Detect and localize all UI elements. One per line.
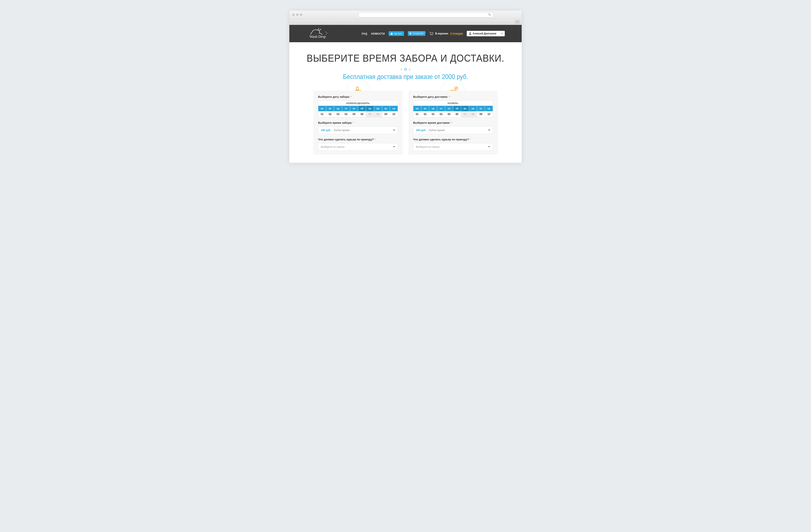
pickup-card: Выберите дату забора: * НОЯБРЬ/ДЕКАБРЬ п… [313,91,402,154]
user-icon [469,32,471,35]
pickup-action-placeholder: Выберите из списка [321,145,345,148]
site-header: Wash Drop FAQ НОВОСТИ App store Google p… [289,25,522,42]
appstore-button[interactable]: App store [388,31,404,36]
weekday: вт [326,106,334,111]
cards-row: Выберите дату забора: * НОЯБРЬ/ДЕКАБРЬ п… [306,91,505,154]
calendar-day[interactable]: 10 [390,111,398,117]
browser-window: ↻ + Wash Drop FAQ НОВОСТИ App store [289,11,522,163]
calendar-day-disabled: 07 [366,111,374,117]
weekday: чт [342,106,350,111]
logo-text: Wash Drop [309,35,326,38]
pickup-calendar: НОЯБРЬ/ДЕКАБРЬ пн вт ср чт пт сб вс пн в… [318,100,398,118]
reload-icon[interactable]: ↻ [488,13,491,17]
delivery-card: Выберите дату доставки: * НОЯБРЬ пн вт с… [409,91,498,154]
cart-label: В корзине: [435,32,448,35]
weekday: вт [421,106,429,111]
cart-count[interactable]: 2 позиции [450,32,463,35]
pickup-action-select[interactable]: Выберите из списка [318,143,398,151]
pickup-time-select[interactable]: 190 руб.- Любое время [318,126,398,134]
logo[interactable]: Wash Drop [306,27,332,40]
weekday: сб [358,106,366,111]
chevron-down-icon [393,130,395,132]
delivery-action-select[interactable]: Выберите из списка [413,143,493,151]
delivery-card-wrap: Выберите дату доставки: * НОЯБРЬ пн вт с… [409,91,498,154]
weekday: чт [437,106,445,111]
weekday: вс [366,106,374,111]
main-content: ВЫБЕРИТЕ ВРЕМЯ ЗАБОРА И ДОСТАВКИ. Беспла… [289,42,522,163]
user-dropdown[interactable]: Алексей Дмитриев [467,31,505,36]
delivery-time-select[interactable]: 190 руб.- Любое время [413,126,493,134]
svg-point-2 [326,34,326,35]
new-tab-button[interactable]: + [515,20,520,24]
calendar-day[interactable]: 02 [326,111,334,117]
apple-icon [391,32,393,35]
chevron-down-icon [393,146,395,148]
weekday: пт [350,106,358,111]
weekday: ср [429,106,437,111]
calendar-day[interactable]: 10 [485,111,493,117]
delivery-action-label: Что должен сделать курьер по приезду? * [413,138,493,141]
delivery-time-text: - Любое время [427,129,445,132]
browser-chrome-top: ↻ [289,11,522,19]
weekday: пт [445,106,453,111]
calendar-day[interactable]: 06 [358,111,366,117]
calendar-day[interactable]: 01 [318,111,326,117]
cart-summary: В корзине: 2 позиции [429,32,463,35]
weekday: вт [382,106,390,111]
delivery-month: НОЯБРЬ [413,101,493,106]
calendar-day[interactable]: 04 [437,111,445,117]
calendar-day[interactable]: 09 [477,111,485,117]
weekday: ср [485,106,493,111]
calendar-day-disabled: 07 [461,111,469,117]
pickup-days-row: 01 02 03 04 05 06 07 08 09 10 [318,111,398,117]
googleplay-label: Google play [413,32,423,35]
calendar-day[interactable]: 09 [382,111,390,117]
pickup-time-text: - Любое время [332,129,350,132]
header-nav: FAQ НОВОСТИ App store Google play В корз… [362,31,505,36]
calendar-day[interactable]: 01 [413,111,421,117]
nav-faq[interactable]: FAQ [362,32,367,35]
weekday: пн [374,106,382,111]
weekday: пн [318,106,326,111]
pickup-time-label: Выберите время забора: * [318,121,398,124]
weekday: вт [477,106,485,111]
weekday: сб [453,106,461,111]
window-minimize-dot[interactable] [296,14,299,16]
delivery-days-row: 01 02 03 04 05 06 07 08 09 10 [413,111,493,117]
pickup-month: НОЯБРЬ/ДЕКАБРЬ [318,101,398,106]
calendar-day[interactable]: 05 [445,111,453,117]
svg-point-0 [325,32,326,32]
svg-point-3 [431,34,431,35]
weekday: ср [334,106,342,111]
window-zoom-dot[interactable] [300,14,302,16]
delivery-weekday-row: пн вт ср чт пт сб вс пн вт ср [413,106,493,111]
pickup-action-label: Что должен сделать курьер по приезду? * [318,138,398,141]
calendar-day[interactable]: 03 [429,111,437,117]
calendar-day[interactable]: 02 [421,111,429,117]
weekday: пн [413,106,421,111]
nav-news[interactable]: НОВОСТИ [371,32,385,35]
svg-point-1 [326,33,327,33]
calendar-day-disabled: 08 [374,111,382,117]
chevron-down-icon [488,146,490,148]
pickup-date-label: Выберите дату забора: * [318,95,398,98]
pickup-price: 190 руб. [321,129,331,132]
page-subtitle: Бесплатная доставка при заказе от 2000 р… [306,73,505,80]
calendar-day[interactable]: 03 [334,111,342,117]
delivery-price: 190 руб. [416,129,426,132]
calendar-day[interactable]: 05 [350,111,358,117]
svg-point-4 [432,34,433,35]
cart-icon[interactable] [429,32,433,35]
calendar-day[interactable]: 06 [453,111,461,117]
weekday: ср [390,106,398,111]
delivery-time-label: Выберите время доставки: * [413,121,493,124]
pickup-weekday-row: пн вт ср чт пт сб вс пн вт ср [318,106,398,111]
window-close-dot[interactable] [292,14,295,16]
googleplay-button[interactable]: Google play [408,31,425,36]
address-bar[interactable]: ↻ [358,12,493,17]
appstore-label: App store [394,32,402,35]
delivery-calendar: НОЯБРЬ пн вт ср чт пт сб вс пн вт ср [413,100,493,118]
divider-dots [306,68,505,71]
page-title: ВЫБЕРИТЕ ВРЕМЯ ЗАБОРА И ДОСТАВКИ. [306,52,505,64]
calendar-day[interactable]: 04 [342,111,350,117]
